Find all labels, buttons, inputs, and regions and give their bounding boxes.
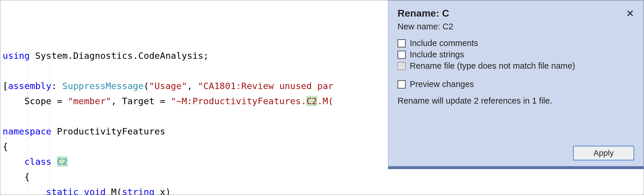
code-line: class C2 xyxy=(3,154,388,169)
apply-button[interactable]: Apply xyxy=(573,146,634,160)
code-editor[interactable]: using System.Diagnostics.CodeAnalysis; [… xyxy=(0,0,388,195)
code-line: [assembly: SuppressMessage("Usage", "CA1… xyxy=(3,78,388,93)
code-line: using System.Diagnostics.CodeAnalysis; xyxy=(3,48,388,63)
close-icon[interactable]: ✕ xyxy=(626,8,634,18)
rename-file-checkbox xyxy=(398,62,406,70)
code-line: static void M(string x) xyxy=(3,184,388,195)
code-line: Scope = "member", Target = "~M:Productiv… xyxy=(3,93,388,109)
code-line xyxy=(3,63,388,78)
code-container: using System.Diagnostics.CodeAnalysis; [… xyxy=(3,48,388,195)
root: using System.Diagnostics.CodeAnalysis; [… xyxy=(0,0,644,195)
rename-title: Rename: C xyxy=(398,8,449,19)
rename-panel: Rename: C ✕ New name: C2 Include comment… xyxy=(388,0,644,169)
code-line: namespace ProductivityFeatures xyxy=(3,124,388,139)
include-strings-checkbox[interactable] xyxy=(398,51,406,59)
include-comments-checkbox[interactable] xyxy=(398,39,406,47)
code-line: { xyxy=(3,169,388,184)
include-strings-label: Include strings xyxy=(410,50,464,59)
rename-file-label: Rename file (type does not match file na… xyxy=(410,61,575,71)
rename-status: Rename will update 2 references in 1 fil… xyxy=(398,96,634,106)
preview-changes-label: Preview changes xyxy=(410,79,474,89)
include-comments-label: Include comments xyxy=(410,38,478,48)
new-name-label: New name: C2 xyxy=(398,22,634,31)
preview-changes-checkbox[interactable] xyxy=(398,80,406,88)
code-line xyxy=(3,109,388,124)
code-line: { xyxy=(3,139,388,154)
